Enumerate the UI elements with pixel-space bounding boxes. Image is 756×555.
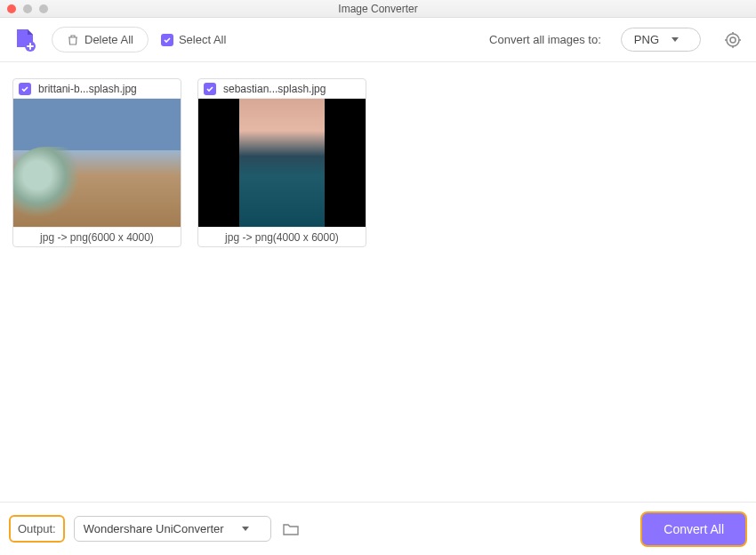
output-label: Output: <box>9 515 65 543</box>
minimize-window-button[interactable] <box>23 4 32 13</box>
card-thumbnail <box>13 99 181 227</box>
titlebar: Image Converter <box>0 0 756 18</box>
close-window-button[interactable] <box>7 4 16 13</box>
svg-point-1 <box>727 34 739 46</box>
delete-all-label: Delete All <box>84 33 133 46</box>
convert-to-label: Convert all images to: <box>489 33 601 46</box>
card-header: brittani-b...splash.jpg <box>13 79 181 99</box>
card-conversion-info: jpg -> png(6000 x 4000) <box>13 227 181 246</box>
select-all-label: Select All <box>179 33 226 46</box>
chevron-down-icon <box>242 527 249 531</box>
chevron-down-icon <box>672 37 679 42</box>
output-format-select[interactable]: PNG <box>621 28 701 52</box>
maximize-window-button[interactable] <box>39 4 48 13</box>
output-path-value: Wondershare UniConverter <box>84 522 224 535</box>
card-checkbox[interactable] <box>19 83 31 95</box>
toolbar: Delete All Select All Convert all images… <box>0 18 756 62</box>
open-folder-button[interactable] <box>280 519 302 540</box>
delete-all-button[interactable]: Delete All <box>52 27 149 52</box>
svg-point-2 <box>730 37 736 43</box>
select-all-checkbox[interactable]: Select All <box>161 33 226 46</box>
image-card[interactable]: brittani-b...splash.jpg jpg -> png(6000 … <box>12 78 181 247</box>
bottombar: Output: Wondershare UniConverter Convert… <box>0 502 756 555</box>
checkbox-icon <box>161 34 173 46</box>
format-selected-value: PNG <box>634 33 659 46</box>
image-card[interactable]: sebastian...splash.jpg jpg -> png(4000 x… <box>197 78 366 247</box>
convert-all-label: Convert All <box>664 522 724 536</box>
card-conversion-info: jpg -> png(4000 x 6000) <box>198 227 366 246</box>
image-grid: brittani-b...splash.jpg jpg -> png(6000 … <box>0 62 756 502</box>
settings-button[interactable] <box>720 28 745 52</box>
output-path-select[interactable]: Wondershare UniConverter <box>74 516 271 542</box>
card-filename: sebastian...splash.jpg <box>223 83 326 95</box>
add-file-button[interactable] <box>11 26 39 54</box>
convert-all-button[interactable]: Convert All <box>640 511 747 547</box>
card-checkbox[interactable] <box>204 83 216 95</box>
card-thumbnail <box>198 99 366 227</box>
window-title: Image Converter <box>338 3 417 15</box>
card-filename: brittani-b...splash.jpg <box>38 83 137 95</box>
trash-icon <box>67 34 79 46</box>
folder-icon <box>283 522 299 536</box>
card-header: sebastian...splash.jpg <box>198 79 366 99</box>
settings-gear-icon <box>723 30 743 50</box>
window-controls <box>7 4 48 13</box>
